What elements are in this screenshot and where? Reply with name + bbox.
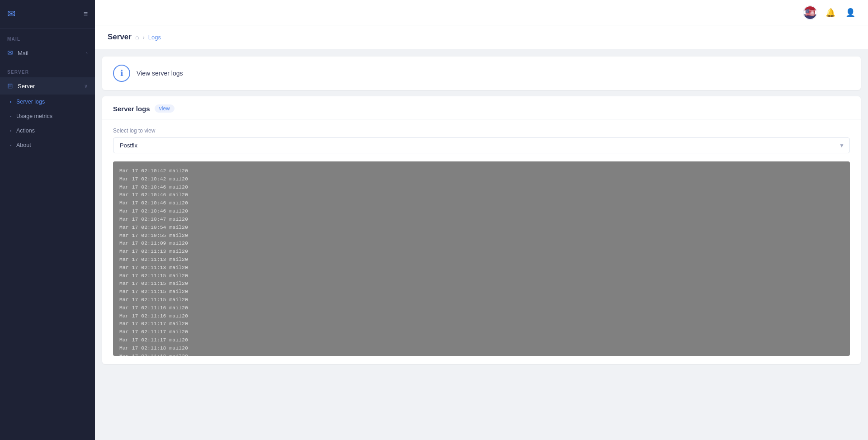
log-line: Mar 17 02:10:47 mail20	[119, 215, 844, 223]
mail-arrow-icon: ›	[86, 50, 88, 56]
log-line: Mar 17 02:11:15 mail20	[119, 296, 844, 304]
server-arrow-icon: ∨	[84, 83, 88, 89]
log-line: Mar 17 02:11:13 mail20	[119, 247, 844, 255]
sidebar-item-mail[interactable]: ✉ Mail ›	[0, 44, 95, 62]
server-logs-label: Server logs	[16, 99, 45, 105]
usage-metrics-label: Usage metrics	[16, 113, 52, 119]
main-area: 🇺🇸 🔔 👤 Server ⌂ › Logs ℹ View server log…	[95, 0, 868, 440]
content-area: Server ⌂ › Logs ℹ View server logs Serve…	[95, 25, 868, 440]
mail-icon: ✉	[7, 49, 13, 57]
info-symbol: ℹ	[120, 68, 123, 78]
sidebar-section-mail: MAIL	[0, 28, 95, 44]
logs-panel-title: Server logs	[113, 105, 150, 113]
log-line: Mar 17 02:10:46 mail20	[119, 199, 844, 207]
sidebar-section-server: SERVER	[0, 62, 95, 77]
log-line: Mar 17 02:10:42 mail20	[119, 167, 844, 175]
page-title: Server	[108, 33, 132, 42]
sidebar-item-usage-metrics[interactable]: Usage metrics	[0, 109, 95, 123]
sidebar-item-mail-label: Mail	[18, 50, 28, 57]
logs-panel-body: Select log to view PostfixDovecotApacheM…	[102, 119, 861, 364]
breadcrumb-separator: ›	[142, 34, 144, 41]
log-line: Mar 17 02:11:17 mail20	[119, 336, 844, 344]
log-select-wrapper: PostfixDovecotApacheMySQLSystem ▼	[113, 137, 850, 153]
sidebar-item-server-label: Server	[18, 83, 35, 90]
log-line: Mar 17 02:11:09 mail20	[119, 239, 844, 247]
log-line: Mar 17 02:10:46 mail20	[119, 191, 844, 199]
info-banner: ℹ View server logs	[102, 57, 861, 90]
info-text: View server logs	[137, 70, 183, 77]
select-log-label: Select log to view	[113, 128, 850, 134]
log-line: Mar 17 02:10:46 mail20	[119, 207, 844, 215]
log-line: Mar 17 02:11:15 mail20	[119, 272, 844, 280]
log-line: Mar 17 02:10:42 mail20	[119, 175, 844, 183]
us-flag: 🇺🇸	[804, 6, 816, 19]
sidebar-header: ✉ ≡	[0, 0, 95, 28]
breadcrumb-current: Logs	[148, 34, 161, 41]
logs-panel: Server logs view Select log to view Post…	[102, 96, 861, 364]
about-label: About	[16, 142, 31, 148]
logs-panel-header: Server logs view	[102, 96, 861, 119]
sidebar-logo-icon: ✉	[7, 8, 15, 20]
log-line: Mar 17 02:11:15 mail20	[119, 288, 844, 296]
logs-panel-badge: view	[155, 104, 175, 113]
notification-icon[interactable]: 🔔	[824, 6, 837, 19]
log-line: Mar 17 02:11:17 mail20	[119, 320, 844, 328]
topbar: 🇺🇸 🔔 👤	[95, 0, 868, 25]
log-type-select[interactable]: PostfixDovecotApacheMySQLSystem	[113, 137, 850, 153]
log-line: Mar 17 02:10:54 mail20	[119, 223, 844, 232]
profile-icon[interactable]: 👤	[844, 6, 857, 19]
actions-label: Actions	[16, 128, 35, 134]
home-icon[interactable]: ⌂	[135, 33, 139, 41]
hamburger-icon[interactable]: ≡	[84, 10, 88, 18]
log-line: Mar 17 02:11:18 mail20	[119, 344, 844, 352]
log-output[interactable]: Mar 17 02:10:42 mail20Mar 17 02:10:42 ma…	[113, 161, 850, 356]
sidebar: ✉ ≡ MAIL ✉ Mail › SERVER ⊟ Server ∨ Serv…	[0, 0, 95, 440]
sidebar-item-actions[interactable]: Actions	[0, 123, 95, 138]
log-line: Mar 17 02:10:55 mail20	[119, 232, 844, 240]
log-line: Mar 17 02:11:17 mail20	[119, 328, 844, 336]
flag-icon[interactable]: 🇺🇸	[803, 5, 817, 20]
log-line: Mar 17 02:10:46 mail20	[119, 183, 844, 191]
sidebar-item-server[interactable]: ⊟ Server ∨	[0, 77, 95, 95]
log-line: Mar 17 02:11:16 mail20	[119, 312, 844, 320]
info-icon: ℹ	[113, 65, 130, 82]
log-line: Mar 17 02:11:18 mail20	[119, 352, 844, 356]
server-icon: ⊟	[7, 82, 13, 90]
log-line: Mar 17 02:11:16 mail20	[119, 304, 844, 312]
sidebar-item-server-logs[interactable]: Server logs	[0, 95, 95, 109]
log-line: Mar 17 02:11:13 mail20	[119, 255, 844, 264]
log-line: Mar 17 02:11:13 mail20	[119, 264, 844, 272]
breadcrumb: Server ⌂ › Logs	[95, 25, 868, 49]
log-line: Mar 17 02:11:15 mail20	[119, 279, 844, 288]
sidebar-item-about[interactable]: About	[0, 138, 95, 152]
